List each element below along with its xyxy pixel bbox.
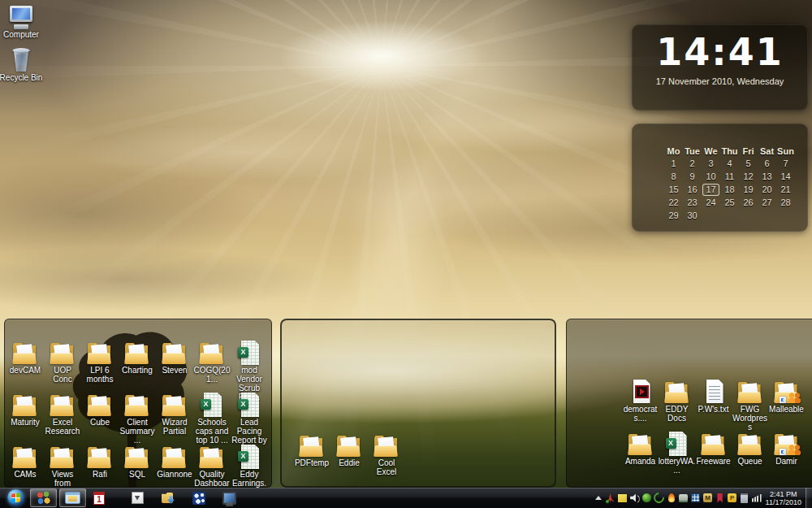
calendar-gadget[interactable]: Mo Tue We Thu Fri Sat Sun 1 [632, 124, 808, 232]
folder-icon [49, 445, 76, 469]
calendar-grid: Mo Tue We Thu Fri Sat Sun 1 [664, 146, 795, 221]
monitor-icon [222, 492, 236, 505]
fence-icon[interactable]: democrats.... [622, 380, 659, 432]
excel-file-icon [198, 393, 226, 417]
fence-icon-label: Giannone [157, 470, 192, 479]
folder-icon [86, 445, 114, 469]
calendar-day-header: Fri [739, 146, 758, 156]
usb-device-icon[interactable] [678, 491, 689, 506]
fence-icon[interactable]: EDDY Docs [659, 380, 695, 432]
fence-icon-label: Malleable [769, 405, 804, 414]
taskbar-app-calendar[interactable] [89, 488, 110, 507]
clock-time: 14:41 [632, 31, 808, 73]
fence-icon[interactable]: Queue [732, 432, 768, 484]
taskbar-app-map[interactable] [188, 488, 209, 507]
fence-right-grid: democrats.... EDDY Docs P.W's.txt FWG Wo… [622, 380, 805, 484]
fence-icon[interactable]: Wizard Partial [156, 393, 193, 445]
fence-icon[interactable]: mod Vendor Scrub Rep... [231, 341, 268, 393]
start-button[interactable] [3, 488, 28, 507]
fence-icon[interactable]: Malleable [768, 380, 805, 432]
calendar-day: 21 [776, 184, 795, 195]
network-signal-icon[interactable] [751, 491, 762, 506]
fence-icon-label: Maturity [11, 418, 40, 427]
fence-icon-label: COGQ(201... [193, 366, 231, 384]
fence-icon-label: P.W's.txt [698, 405, 729, 414]
folder-icon [86, 393, 114, 417]
m-badge-icon[interactable] [702, 491, 714, 506]
red-antenna-icon[interactable] [605, 491, 616, 506]
fence-icon[interactable]: LPI 6 months [81, 341, 119, 393]
blue-map-icon [192, 492, 205, 505]
yellow-alert-icon[interactable] [727, 491, 738, 506]
calendar-day: 14 [776, 171, 795, 182]
fence-icon-label: Freeware [696, 457, 730, 466]
desktop-icon[interactable]: Recycle Bin [0, 48, 42, 82]
fence-icon[interactable]: Cube [81, 393, 119, 445]
calendar-day: 2 [683, 158, 702, 169]
calendar-day: 10 [702, 171, 720, 182]
calendar-day: 1 [664, 158, 683, 169]
hidden-icons-arrow-icon[interactable] [593, 491, 604, 506]
speaker-icon[interactable] [629, 491, 641, 506]
taskbar-app-notes[interactable] [127, 488, 148, 507]
sticky-note-icon[interactable] [617, 491, 628, 506]
calendar-day: 4 [720, 158, 739, 169]
taskbar-app-explorer[interactable] [59, 488, 86, 507]
taskbar-app-colorful[interactable] [30, 488, 57, 507]
taskbar: 2:41 PM 11/17/2010 [0, 488, 812, 508]
fence-icon[interactable]: PDFtemp [293, 433, 330, 482]
tray-clock[interactable]: 2:41 PM 11/17/2010 [766, 490, 801, 506]
clipboard-icon[interactable] [739, 491, 750, 506]
calendar-day [720, 210, 739, 221]
fence-icon-label: UOP Conc [44, 366, 81, 384]
fence-icon[interactable]: Eddie [330, 433, 368, 482]
fence-icon-label: Steven [162, 366, 187, 375]
fence-icon[interactable]: lotteryWA.... [659, 432, 695, 484]
fence-icon-label: Excel Research [44, 418, 81, 436]
fence-middle[interactable]: PDFtemp Eddie Cool Excel [280, 319, 556, 488]
calendar-day [776, 210, 795, 221]
folder-icon [161, 393, 188, 417]
fence-icon[interactable]: Freeware [695, 432, 732, 484]
clock-gadget[interactable]: 14:41 17 November 2010, Wednesday [632, 24, 808, 111]
fence-icon[interactable]: Damir [768, 432, 805, 484]
folder-icon [123, 445, 151, 469]
calendar-day: 28 [776, 197, 795, 208]
green-circle-icon[interactable] [641, 491, 653, 506]
fence-icon[interactable]: Steven [156, 341, 193, 393]
fence-icon[interactable]: Lead Pacing Report by ... [231, 393, 268, 445]
taskbar-app-downloads[interactable] [157, 488, 178, 507]
flame-icon[interactable] [666, 491, 677, 506]
calendar-day: 19 [739, 184, 758, 195]
folder-icon [161, 445, 188, 469]
red-ribbon-icon[interactable] [715, 491, 726, 506]
excel-file-icon [235, 393, 263, 417]
blue-grid-icon[interactable] [690, 491, 702, 506]
fence-icon[interactable]: P.W's.txt [695, 380, 732, 432]
fence-right[interactable]: democrats.... EDDY Docs P.W's.txt FWG Wo… [566, 319, 812, 488]
sync-arrows-icon[interactable] [654, 491, 665, 506]
fence-icon[interactable]: Maturity [6, 393, 44, 445]
fence-icon[interactable]: Charting [119, 341, 156, 393]
fence-icon[interactable]: Client Summary ... [119, 393, 156, 445]
fence-icon[interactable]: FWG Wordpress [732, 380, 768, 432]
colorful-app-icon [37, 491, 50, 505]
fence-icon[interactable]: COGQ(201... [193, 341, 231, 393]
calendar-day: 12 [739, 171, 758, 182]
fence-icon[interactable]: Amanda [622, 432, 659, 484]
fence-icon[interactable]: Schools caps and top 10 ... [193, 393, 231, 445]
calendar-day: 5 [739, 158, 758, 169]
fence-icon[interactable]: Excel Research [44, 393, 81, 445]
fence-icon-label: Cool Excel [368, 458, 405, 476]
fence-icon-label: Amanda [625, 457, 655, 466]
fence-icon-label: FWG Wordpress [732, 405, 769, 432]
excel-file-icon [663, 432, 691, 456]
taskbar-app-display[interactable] [218, 488, 240, 507]
show-desktop-button[interactable] [806, 488, 812, 508]
fence-icon[interactable]: devCAM [6, 341, 44, 393]
fence-icon[interactable]: Cool Excel [368, 433, 405, 482]
fence-left[interactable]: devCAM UOP Conc LPI 6 months Charting [4, 319, 272, 488]
desktop-icon[interactable]: Computer [3, 5, 39, 39]
fence-icon-label: EDDY Docs [659, 405, 695, 423]
fence-icon[interactable]: UOP Conc [44, 341, 81, 393]
